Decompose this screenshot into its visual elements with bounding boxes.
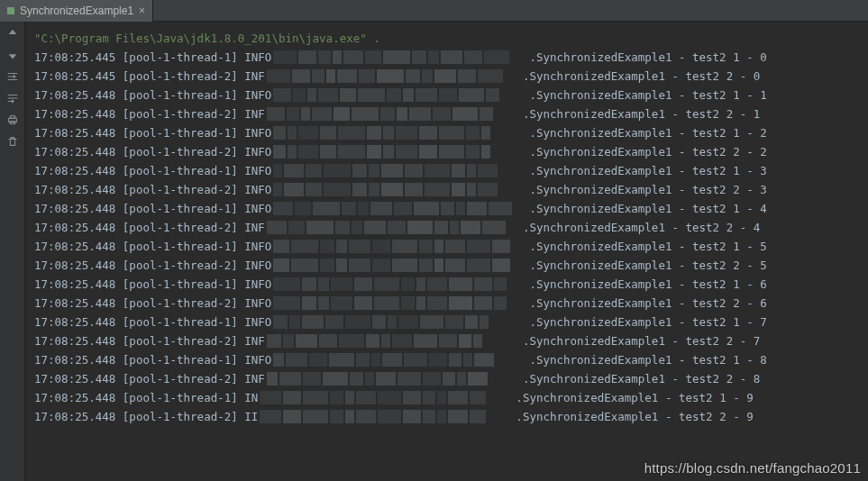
close-icon[interactable]: ×	[139, 5, 145, 17]
print-icon[interactable]	[6, 113, 19, 126]
up-arrow-icon[interactable]	[6, 27, 19, 40]
log-right: .SynchronizedExample1 - test2 1 - 6	[529, 275, 766, 294]
log-left: 17:08:25.448 [pool-1-thread-1] INFO	[34, 123, 271, 142]
trash-icon[interactable]	[6, 135, 19, 148]
log-left: 17:08:25.448 [pool-1-thread-2] INFO	[34, 294, 271, 313]
log-right: .SynchronizedExample1 - test2 2 - 2	[529, 142, 766, 161]
log-line: 17:08:25.448 [pool-1-thread-1] INFO.Sync…	[34, 199, 859, 218]
pixelated-region	[273, 350, 525, 369]
pixelated-region	[273, 275, 525, 294]
pixelated-region	[273, 48, 525, 67]
log-left: 17:08:25.448 [pool-1-thread-1] IN	[34, 388, 258, 407]
pixelated-region	[273, 142, 525, 161]
pixelated-region	[273, 313, 525, 331]
log-right: .SynchronizedExample1 - test2 1 - 0	[529, 48, 766, 67]
log-lines: 17:08:25.445 [pool-1-thread-1] INFO.Sync…	[34, 48, 859, 426]
wrap-icon-2[interactable]	[6, 92, 19, 104]
pixelated-region	[273, 180, 525, 199]
log-line: 17:08:25.448 [pool-1-thread-1] INFO.Sync…	[34, 237, 859, 256]
log-line: 17:08:25.448 [pool-1-thread-1] INFO.Sync…	[34, 275, 859, 294]
console-gutter	[0, 22, 25, 481]
run-icon	[7, 7, 14, 14]
log-left: 17:08:25.448 [pool-1-thread-1] INFO	[34, 86, 271, 104]
wrap-icon-1[interactable]	[6, 70, 19, 83]
log-left: 17:08:25.448 [pool-1-thread-2] INF	[34, 218, 265, 237]
log-right: .SynchronizedExample1 - test2 1 - 5	[529, 237, 766, 256]
log-left: 17:08:25.445 [pool-1-thread-2] INF	[34, 67, 265, 86]
pixelated-region	[267, 369, 519, 388]
log-left: 17:08:25.448 [pool-1-thread-2] II	[34, 407, 258, 426]
svg-rect-1	[10, 116, 14, 119]
log-line: 17:08:25.448 [pool-1-thread-2] II.Synchr…	[34, 407, 859, 426]
log-right: .SynchronizedExample1 - test2 2 - 7	[523, 331, 760, 350]
log-right: .SynchronizedExample1 - test2 2 - 6	[529, 294, 766, 313]
log-line: 17:08:25.448 [pool-1-thread-2] INFO.Sync…	[34, 180, 859, 199]
log-right: .SynchronizedExample1 - test2 1 - 8	[529, 350, 766, 369]
log-left: 17:08:25.448 [pool-1-thread-2] INFO	[34, 180, 271, 199]
log-left: 17:08:25.448 [pool-1-thread-1] INFO	[34, 161, 271, 180]
log-line: 17:08:25.448 [pool-1-thread-2] INFO.Sync…	[34, 294, 859, 313]
log-right: .SynchronizedExample1 - test2 2 - 3	[529, 180, 766, 199]
log-line: 17:08:25.448 [pool-1-thread-1] INFO.Sync…	[34, 313, 859, 331]
log-left: 17:08:25.448 [pool-1-thread-2] INFO	[34, 142, 271, 161]
watermark: https://blog.csdn.net/fangchao2011	[644, 458, 861, 477]
log-line: 17:08:25.448 [pool-1-thread-2] INF.Synch…	[34, 369, 859, 388]
log-line: 17:08:25.445 [pool-1-thread-2] INF.Synch…	[34, 67, 859, 86]
log-right: .SynchronizedExample1 - test2 2 - 0	[523, 67, 760, 86]
log-left: 17:08:25.448 [pool-1-thread-1] INFO	[34, 275, 271, 294]
log-line: 17:08:25.445 [pool-1-thread-1] INFO.Sync…	[34, 48, 859, 67]
log-left: 17:08:25.448 [pool-1-thread-1] INFO	[34, 313, 271, 331]
console-output[interactable]: "C:\Program Files\Java\jdk1.8.0_201\bin\…	[25, 22, 868, 481]
log-line: 17:08:25.448 [pool-1-thread-1] INFO.Sync…	[34, 123, 859, 142]
pixelated-region	[260, 407, 512, 426]
log-right: .SynchronizedExample1 - test2 1 - 2	[529, 123, 766, 142]
log-right: .SynchronizedExample1 - test2 1 - 9	[516, 388, 753, 407]
log-left: 17:08:25.445 [pool-1-thread-1] INFO	[34, 48, 271, 67]
pixelated-region	[267, 331, 519, 350]
log-right: .SynchronizedExample1 - test2 1 - 7	[529, 313, 766, 331]
log-right: .SynchronizedExample1 - test2 1 - 1	[529, 86, 766, 104]
log-left: 17:08:25.448 [pool-1-thread-1] INFO	[34, 237, 271, 256]
pixelated-region	[267, 104, 519, 123]
pixelated-region	[273, 256, 525, 275]
pixelated-region	[260, 388, 512, 407]
tab-bar: SynchronizedExample1 ×	[0, 0, 868, 22]
pixelated-region	[267, 218, 519, 237]
log-right: .SynchronizedExample1 - test2 2 - 1	[523, 104, 760, 123]
log-right: .SynchronizedExample1 - test2 2 - 5	[529, 256, 766, 275]
log-left: 17:08:25.448 [pool-1-thread-1] INFO	[34, 199, 271, 218]
log-left: 17:08:25.448 [pool-1-thread-2] INF	[34, 369, 265, 388]
pixelated-region	[273, 161, 525, 180]
log-line: 17:08:25.448 [pool-1-thread-2] INF.Synch…	[34, 104, 859, 123]
log-left: 17:08:25.448 [pool-1-thread-2] INF	[34, 104, 265, 123]
pixelated-region	[273, 237, 525, 256]
pixelated-region	[267, 67, 519, 86]
log-right: .SynchronizedExample1 - test2 2 - 8	[523, 369, 760, 388]
pixelated-region	[273, 86, 525, 104]
log-line: 17:08:25.448 [pool-1-thread-2] INF.Synch…	[34, 331, 859, 350]
log-line: 17:08:25.448 [pool-1-thread-1] INFO.Sync…	[34, 350, 859, 369]
log-left: 17:08:25.448 [pool-1-thread-2] INFO	[34, 256, 271, 275]
log-line: 17:08:25.448 [pool-1-thread-1] INFO.Sync…	[34, 161, 859, 180]
command-line: "C:\Program Files\Java\jdk1.8.0_201\bin\…	[34, 29, 859, 48]
log-right: .SynchronizedExample1 - test2 2 - 9	[516, 407, 753, 426]
pixelated-region	[273, 123, 525, 142]
tab-run-config[interactable]: SynchronizedExample1 ×	[0, 0, 153, 22]
log-line: 17:08:25.448 [pool-1-thread-2] INFO.Sync…	[34, 142, 859, 161]
log-left: 17:08:25.448 [pool-1-thread-2] INF	[34, 331, 265, 350]
pixelated-region	[273, 199, 525, 218]
log-line: 17:08:25.448 [pool-1-thread-1] INFO.Sync…	[34, 86, 859, 104]
pixelated-region	[273, 294, 525, 313]
log-left: 17:08:25.448 [pool-1-thread-1] INFO	[34, 350, 271, 369]
log-line: 17:08:25.448 [pool-1-thread-1] IN.Synchr…	[34, 388, 859, 407]
down-arrow-icon[interactable]	[6, 49, 19, 61]
tab-title: SynchronizedExample1	[20, 5, 133, 17]
log-right: .SynchronizedExample1 - test2 1 - 4	[529, 199, 766, 218]
log-right: .SynchronizedExample1 - test2 1 - 3	[529, 161, 766, 180]
log-line: 17:08:25.448 [pool-1-thread-2] INFO.Sync…	[34, 256, 859, 275]
log-line: 17:08:25.448 [pool-1-thread-2] INF.Synch…	[34, 218, 859, 237]
log-right: .SynchronizedExample1 - test2 2 - 4	[523, 218, 760, 237]
